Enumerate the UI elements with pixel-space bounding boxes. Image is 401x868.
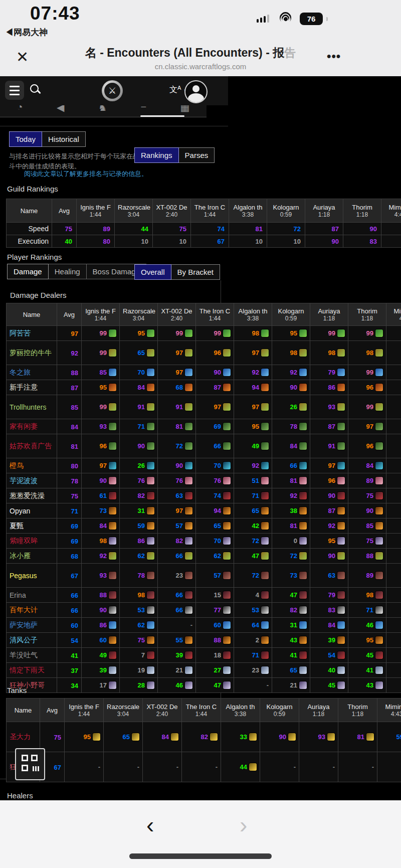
score-cell[interactable]: 75 [348,488,386,503]
score-cell[interactable]: 99 [310,326,348,341]
score-cell[interactable]: 97 [234,341,272,365]
score-cell[interactable]: 33 [221,722,260,752]
player-name-cell[interactable]: 情定下雨天 [7,663,57,678]
score-cell[interactable]: 59 [120,518,158,534]
score-cell[interactable]: 17 [82,678,120,693]
score-cell[interactable]: 95 [310,534,348,549]
score-cell[interactable]: 72 [158,434,196,458]
score-cell[interactable]: 97 [158,341,196,365]
score-cell[interactable]: 60 [196,618,234,633]
score-cell[interactable]: 59 [377,722,401,752]
player-name-cell[interactable]: 百年大计 [7,603,57,618]
score-cell[interactable]: 83 [343,235,381,248]
score-cell[interactable]: 75 [120,633,158,648]
score-cell[interactable]: 98 [234,326,272,341]
score-cell[interactable]: 4 [234,588,272,603]
score-cell[interactable]: 57 [158,518,196,534]
read-article-link[interactable]: 阅读此文章以了解更多排名与记录的信息。 [24,169,148,179]
score-cell[interactable]: 93 [310,395,348,419]
score-cell[interactable]: 19 [120,663,158,678]
rankings-button[interactable]: Rankings [134,147,179,163]
score-cell[interactable]: 65 [234,503,272,518]
score-cell[interactable]: - [234,678,272,693]
home-indicator[interactable] [129,853,272,859]
score-cell[interactable]: 59 [386,503,401,518]
score-cell[interactable]: 62 [196,549,234,564]
player-name-cell[interactable]: 萝丽控的牛牛 [7,341,57,365]
score-cell[interactable]: 94 [196,503,234,518]
score-cell[interactable]: 96 [348,380,386,395]
score-cell[interactable]: 41 [272,648,310,663]
score-cell[interactable]: 81 [229,223,267,235]
score-cell[interactable]: 46 [348,618,386,633]
score-cell[interactable]: 97 [234,395,272,419]
score-cell[interactable]: 78 [120,564,158,588]
score-cell[interactable]: 48 [386,534,401,549]
score-cell[interactable]: 76 [120,473,158,488]
score-cell[interactable]: 87 [386,434,401,458]
score-cell[interactable]: 95 [65,722,104,752]
score-cell[interactable]: 81 [158,419,196,434]
score-cell[interactable]: 15 [196,588,234,603]
score-cell[interactable]: 39 [310,633,348,648]
score-cell[interactable]: 90 [260,722,299,752]
player-name-cell[interactable]: 萨安地萨 [7,618,57,633]
score-cell[interactable]: 88 [82,588,120,603]
score-cell[interactable]: 74 [191,223,229,235]
score-cell[interactable]: 54 [310,648,348,663]
score-cell[interactable]: 10 [153,235,191,248]
score-cell[interactable]: 86 [120,534,158,549]
score-cell[interactable]: 87 [310,419,348,434]
score-cell[interactable]: 42 [234,518,272,534]
score-cell[interactable]: 18 [196,648,234,663]
player-name-cell[interactable]: 夏甄 [7,518,57,534]
score-cell[interactable]: 0 [272,534,310,549]
score-cell[interactable]: - [182,752,221,782]
player-name-cell[interactable]: 冰小雁 [7,549,57,564]
score-cell[interactable]: 90 [82,473,120,488]
score-cell[interactable]: 46 [158,678,196,693]
score-cell[interactable]: 93 [82,419,120,434]
player-name-cell[interactable]: 圣大力 [7,722,40,752]
score-cell[interactable]: 96 [82,434,120,458]
score-cell[interactable]: 99 [82,326,120,341]
score-cell[interactable]: 84 [310,618,348,633]
score-cell[interactable]: 95 [386,380,401,395]
player-name-cell[interactable]: 紫瞳双眸 [7,534,57,549]
score-cell[interactable]: 26 [272,395,310,419]
score-cell[interactable]: 66 [158,588,196,603]
score-cell[interactable]: 75 [52,223,77,235]
score-cell[interactable]: 97 [196,395,234,419]
score-cell[interactable]: 86 [82,618,120,633]
score-cell[interactable]: 45 [310,678,348,693]
score-cell[interactable]: 81 [272,518,310,534]
score-cell[interactable]: - [260,752,299,782]
score-cell[interactable]: 70 [196,534,234,549]
score-cell[interactable]: 71 [120,419,158,434]
score-cell[interactable]: 80 [386,488,401,503]
score-cell[interactable]: 84 [348,458,386,473]
tab-healing[interactable]: Healing [49,264,87,279]
score-cell[interactable]: 91 [158,395,196,419]
score-cell[interactable]: 87 [196,380,234,395]
player-name-cell[interactable]: 橙鸟 [7,458,57,473]
score-cell[interactable]: 85 [386,341,401,365]
score-cell[interactable]: 28 [120,678,158,693]
score-cell[interactable]: 10 [229,235,267,248]
score-cell[interactable]: 39 [158,648,196,663]
score-cell[interactable]: 66 [158,603,196,618]
score-cell[interactable]: 89 [348,473,386,488]
score-cell[interactable]: 98 [272,341,310,365]
score-cell[interactable]: 89 [77,223,115,235]
score-cell[interactable]: 67 [191,235,229,248]
score-cell[interactable]: 75 [153,223,191,235]
score-cell[interactable]: 79 [310,365,348,380]
player-name-cell[interactable]: 羊没吐气 [7,648,57,663]
score-cell[interactable]: 91 [386,365,401,380]
score-cell[interactable]: 95 [120,326,158,341]
score-cell[interactable]: 40 [310,663,348,678]
player-name-cell[interactable]: 芋泥波波 [7,473,57,488]
player-name-cell[interactable]: 阿苦苦 [7,326,57,341]
tab-icon-overview[interactable]: ◔ [17,105,23,113]
tab-icon-replay[interactable]: ▦ [180,105,189,113]
